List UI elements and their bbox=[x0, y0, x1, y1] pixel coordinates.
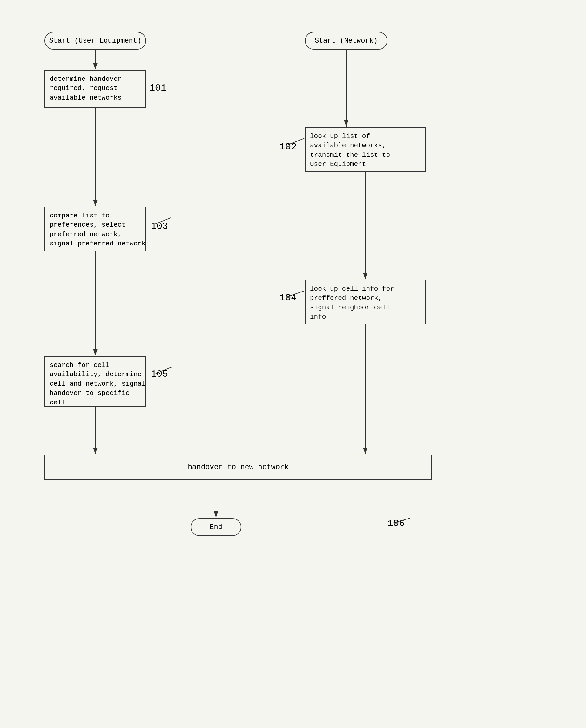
step-label-105: 105 bbox=[151, 369, 168, 380]
box-102-text: look up list of available networks, tran… bbox=[310, 132, 390, 168]
end-main-text: handover to new network bbox=[188, 462, 288, 472]
diagram-container: Start (User Equipment) Start (Network) d… bbox=[19, 19, 565, 712]
process-box-103: compare list to preferences, select pref… bbox=[45, 207, 146, 251]
step-label-101: 101 bbox=[149, 83, 166, 94]
end-node: End bbox=[191, 518, 241, 536]
step-label-104: 104 bbox=[279, 293, 297, 303]
step-label-103: 103 bbox=[151, 221, 168, 232]
start-network-node: Start (Network) bbox=[305, 32, 388, 50]
box-101-text: determine handover required, request ava… bbox=[50, 75, 122, 101]
process-box-102: look up list of available networks, tran… bbox=[305, 127, 426, 172]
process-box-101: determine handover required, request ava… bbox=[45, 70, 146, 108]
box-105-text: search for cell availability, determine … bbox=[50, 361, 145, 406]
process-box-104: look up cell info for preffered network,… bbox=[305, 280, 426, 324]
box-103-text: compare list to preferences, select pref… bbox=[50, 212, 145, 247]
step-label-106: 106 bbox=[388, 518, 405, 529]
step-label-102: 102 bbox=[279, 142, 297, 152]
start-ue-node: Start (User Equipment) bbox=[45, 32, 146, 50]
box-104-text: look up cell info for preffered network,… bbox=[310, 285, 394, 321]
process-box-end-main: handover to new network bbox=[45, 455, 432, 480]
process-box-105: search for cell availability, determine … bbox=[45, 356, 146, 407]
